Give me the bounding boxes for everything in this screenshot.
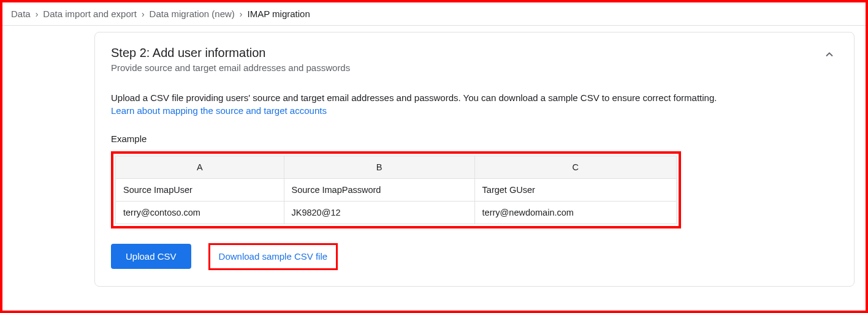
- card-title: Step 2: Add user information: [111, 46, 350, 60]
- card-description: Upload a CSV file providing users' sourc…: [111, 91, 838, 105]
- breadcrumb: Data › Data import and export › Data mig…: [2, 2, 866, 26]
- upload-csv-button[interactable]: Upload CSV: [111, 244, 191, 269]
- learn-link[interactable]: Learn about mapping the source and targe…: [111, 105, 327, 116]
- breadcrumb-item-import-export[interactable]: Data import and export: [43, 9, 137, 19]
- table-cell: Target GUser: [474, 178, 676, 201]
- table-cell: Source ImapPassword: [284, 178, 474, 201]
- breadcrumb-item-data[interactable]: Data: [11, 9, 31, 19]
- step-card: Step 2: Add user information Provide sou…: [94, 32, 855, 287]
- download-sample-link[interactable]: Download sample CSV file: [219, 251, 328, 262]
- breadcrumb-item-current: IMAP migration: [248, 9, 310, 19]
- breadcrumb-item-migration[interactable]: Data migration (new): [150, 9, 235, 19]
- table-cell: JK9820@12: [284, 201, 474, 224]
- card-subtitle: Provide source and target email addresse…: [111, 62, 350, 73]
- table-cell: Source ImapUser: [116, 178, 284, 201]
- example-label: Example: [111, 134, 838, 144]
- table-cell: terry@contoso.com: [116, 201, 284, 224]
- download-highlight: Download sample CSV file: [208, 243, 338, 270]
- column-header-c: C: [474, 156, 676, 178]
- column-header-b: B: [284, 156, 474, 178]
- column-header-a: A: [116, 156, 284, 178]
- table-cell: terry@newdomain.com: [474, 201, 676, 224]
- example-table-highlight: A B C Source ImapUser Source ImapPasswor…: [111, 151, 681, 228]
- table-row: terry@contoso.com JK9820@12 terry@newdom…: [116, 201, 677, 224]
- chevron-up-icon[interactable]: [821, 46, 838, 66]
- chevron-right-icon: ›: [36, 10, 39, 18]
- table-row: Source ImapUser Source ImapPassword Targ…: [116, 178, 677, 201]
- example-table: A B C Source ImapUser Source ImapPasswor…: [115, 156, 677, 224]
- chevron-right-icon: ›: [142, 10, 145, 18]
- chevron-right-icon: ›: [240, 10, 243, 18]
